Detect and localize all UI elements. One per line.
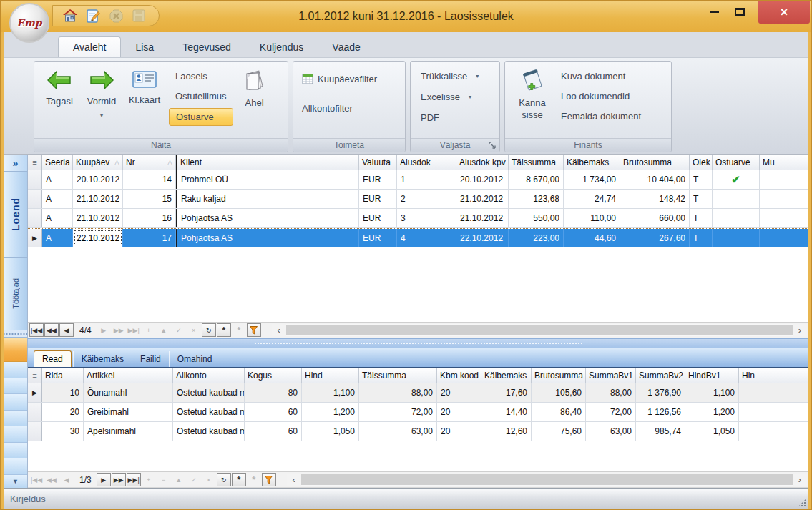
cell-summabv1[interactable]: 72,00: [586, 403, 636, 421]
nav-bookmark-button[interactable]: *: [217, 323, 231, 337]
cell-k-ibemaks[interactable]: 1 734,00: [564, 170, 620, 189]
column-header-rida[interactable]: Rida: [42, 368, 84, 383]
column-header-valuuta[interactable]: Valuuta: [359, 155, 397, 170]
cell-valuuta[interactable]: EUR: [359, 170, 397, 189]
cell-nr[interactable]: 14: [123, 170, 176, 189]
cell-hin[interactable]: [739, 383, 808, 402]
column-header-summabv2[interactable]: SummaBv2: [636, 368, 685, 383]
sidebar-overflow-button[interactable]: ▼: [4, 475, 27, 488]
cell-summabv1[interactable]: 63,00: [586, 422, 636, 441]
nav-bookmark-button[interactable]: *: [232, 473, 246, 486]
cell-nr[interactable]: 17: [123, 229, 176, 247]
cell-hind[interactable]: 1,200: [302, 403, 359, 421]
cell-mu[interactable]: [760, 190, 808, 208]
sidebar-highlight-segment[interactable]: [4, 338, 27, 362]
cell-valuuta[interactable]: EUR: [359, 209, 397, 227]
allkontofilter-button[interactable]: Allkontofilter: [302, 103, 377, 114]
column-header-hin[interactable]: Hin: [739, 368, 808, 383]
cell-olek[interactable]: T: [690, 229, 713, 247]
cell-kogus[interactable]: 60: [245, 422, 302, 441]
column-header-allkonto[interactable]: Allkonto: [173, 368, 245, 383]
cell-hind[interactable]: 1,050: [302, 422, 359, 441]
table-row[interactable]: A21.10.201215Raku kaljadEUR221.10.201212…: [28, 190, 808, 209]
column-header-klient[interactable]: Klient: [176, 155, 359, 170]
tab-vaade[interactable]: Vaade: [318, 37, 374, 57]
cell-mu[interactable]: [760, 170, 808, 189]
nav-refresh-button[interactable]: ↻: [217, 473, 231, 486]
nav-next-button[interactable]: ▶: [97, 473, 111, 486]
resize-grip[interactable]: [793, 489, 808, 509]
cell-rida[interactable]: 30: [42, 422, 84, 441]
cell-k-ibemaks[interactable]: 14,40: [481, 403, 532, 421]
minimize-button[interactable]: [701, 1, 727, 22]
column-header-olek[interactable]: Olek: [690, 155, 713, 170]
tab-lisa[interactable]: Lisa: [121, 37, 168, 57]
maximize-button[interactable]: [727, 1, 753, 22]
cell-mu[interactable]: [760, 209, 808, 227]
column-header-t-issumma[interactable]: Täissumma: [359, 368, 437, 383]
column-header-artikkel[interactable]: Artikkel: [84, 368, 173, 383]
cell-alusdok-kpv[interactable]: 22.10.2012: [456, 229, 509, 247]
sidebar-segment[interactable]: [4, 394, 27, 411]
sidebar-segment[interactable]: [4, 426, 27, 443]
cell-rida[interactable]: 10: [42, 383, 84, 402]
tab-avaleht[interactable]: Avaleht: [58, 36, 121, 57]
eemalda-dokument-button[interactable]: Eemalda dokument: [561, 111, 641, 122]
cell-ostuarve[interactable]: ✔: [713, 170, 760, 189]
scroll-right-button[interactable]: ›: [793, 324, 807, 336]
cell-allkonto[interactable]: Ostetud kaubad m: [173, 422, 245, 441]
table-row[interactable]: A20.10.201214Prohmel OÜEUR120.10.20128 6…: [28, 170, 808, 190]
cell-hind[interactable]: 1,100: [302, 383, 359, 402]
tab-tegevused[interactable]: Tegevused: [168, 37, 245, 57]
kliendikaart-button[interactable]: Kl.kaart: [123, 64, 166, 138]
cell-alusdok[interactable]: 4: [397, 229, 456, 247]
cell-brutosumma[interactable]: 10 404,00: [620, 170, 690, 189]
sidebar-segment[interactable]: [4, 378, 27, 395]
row-indicator[interactable]: ▶: [28, 229, 42, 247]
horizontal-splitter[interactable]: [28, 338, 808, 348]
cell-t-issumma[interactable]: 223,00: [509, 229, 564, 247]
tab-failid[interactable]: Failid: [132, 351, 169, 367]
column-chooser-header[interactable]: ≡: [28, 155, 42, 170]
cell-valuuta[interactable]: EUR: [359, 190, 397, 208]
column-header-t-issumma[interactable]: Täissumma: [509, 155, 564, 170]
sidebar-segment[interactable]: [4, 411, 27, 427]
cell-t-issumma[interactable]: 8 670,00: [509, 170, 564, 189]
scroll-left-button[interactable]: ‹: [272, 324, 286, 336]
cell-ostuarve[interactable]: [713, 229, 760, 247]
cell-alusdok[interactable]: 1: [397, 170, 456, 189]
nav-last-button[interactable]: ▶▶|: [127, 473, 141, 486]
column-header-kogus[interactable]: Kogus: [245, 368, 302, 383]
cell-t-issumma[interactable]: 550,00: [509, 209, 564, 227]
cell-kogus[interactable]: 80: [245, 383, 302, 402]
cell-rida[interactable]: 20: [42, 403, 84, 421]
column-header-k-ibemaks[interactable]: Käibemaks: [564, 155, 620, 170]
cell-nr[interactable]: 15: [123, 190, 176, 208]
pdf-button[interactable]: PDF: [421, 112, 479, 123]
cell-hindbv1[interactable]: 1,050: [685, 422, 739, 441]
cell-alusdok-kpv[interactable]: 21.10.2012: [456, 209, 509, 227]
cell-olek[interactable]: T: [690, 190, 713, 208]
cell-allkonto[interactable]: Ostetud kaubad m: [173, 383, 245, 402]
column-header-alusdok[interactable]: Alusdok: [397, 155, 456, 170]
ostutellimus-button[interactable]: Ostutellimus: [169, 88, 233, 104]
scroll-left-button[interactable]: ‹: [287, 474, 301, 486]
cell-allkonto[interactable]: Ostetud kaubad m: [173, 403, 245, 421]
column-header-kbm-kood[interactable]: Kbm kood: [437, 368, 481, 383]
column-header-kuup-ev[interactable]: Kuupäev△: [73, 155, 123, 170]
scrollbar-track[interactable]: [286, 325, 793, 335]
cell-summabv2[interactable]: 985,74: [636, 422, 685, 441]
cell-klient[interactable]: Põhjaotsa AS: [176, 229, 359, 247]
nav-filter-button[interactable]: [262, 473, 276, 486]
table-row[interactable]: A21.10.201216Põhjaotsa ASEUR321.10.20125…: [28, 209, 808, 228]
cell-kbm-kood[interactable]: 20: [437, 422, 481, 441]
cell-t-issumma[interactable]: 88,00: [359, 383, 437, 402]
table-row[interactable]: ▶10ÕunamahlOstetud kaubad m801,10088,002…: [28, 383, 808, 403]
column-header-brutosumma[interactable]: Brutosumma: [532, 368, 586, 383]
row-indicator[interactable]: [28, 190, 42, 208]
kanna-sisse-button[interactable]: Kanna sisse: [509, 64, 555, 138]
nav-first-button[interactable]: |◀◀: [29, 323, 44, 337]
cell-klient[interactable]: Raku kaljad: [176, 190, 359, 208]
cell-kuup-ev[interactable]: 21.10.2012: [73, 209, 123, 227]
kuva-dokument-button[interactable]: Kuva dokument: [561, 71, 641, 82]
